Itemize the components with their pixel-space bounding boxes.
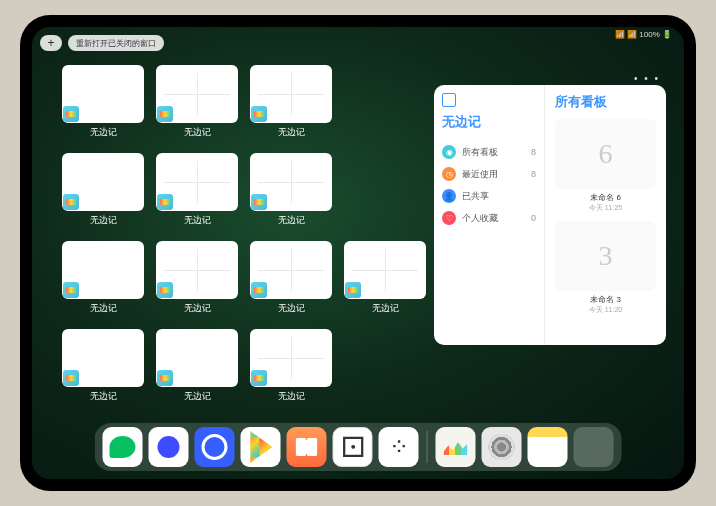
thumbnail-label: 无边记 [90,302,117,315]
screen: 📶 📶 100% 🔋 + 重新打开已关闭的窗口 无边记无边记无边记无边记无边记无… [32,27,684,479]
thumbnail-label: 无边记 [184,214,211,227]
board-item[interactable]: 6未命名 6今天 11:25 [555,119,656,213]
thumbnail-label: 无边记 [278,126,305,139]
dock-app-dots[interactable] [379,427,419,467]
sidebar-item-count: 8 [531,147,536,157]
thumbnail-preview [250,241,332,299]
sidebar-item-icon: ◷ [442,167,456,181]
freeform-app-icon [251,194,267,210]
more-icon[interactable]: • • • [634,73,660,84]
sidebar-item[interactable]: ◉所有看板8 [442,141,536,163]
sidebar-item-icon: ◉ [442,145,456,159]
sidebar-item-label: 已共享 [462,190,489,203]
freeform-app-icon [251,370,267,386]
freeform-app-icon [251,282,267,298]
sidebar-item[interactable]: 👤已共享 [442,185,536,207]
sidebar-item[interactable]: ◷最近使用8 [442,163,536,185]
thumbnail-preview [156,65,238,123]
thumbnail-preview [156,241,238,299]
sidebar-toggle-icon[interactable] [442,93,456,107]
sidebar-item-count: 8 [531,169,536,179]
board-preview: 6 [555,119,656,189]
ipad-frame: 📶 📶 100% 🔋 + 重新打开已关闭的窗口 无边记无边记无边记无边记无边记无… [20,15,696,491]
top-controls: + 重新打开已关闭的窗口 [40,35,164,51]
thumbnail-preview [250,153,332,211]
freeform-app-icon [157,106,173,122]
thumbnail-preview [62,65,144,123]
panel-sidebar: 无边记 ◉所有看板8◷最近使用8👤已共享♡个人收藏0 [434,85,544,345]
thumbnail-label: 无边记 [90,126,117,139]
thumbnail-preview [250,65,332,123]
board-name: 未命名 3 [555,294,656,305]
dock-app-notes[interactable] [528,427,568,467]
freeform-app-icon [63,282,79,298]
thumbnail-preview [62,329,144,387]
freeform-app-icon [251,106,267,122]
freeform-app-icon [157,370,173,386]
window-thumbnails-grid: 无边记无边记无边记无边记无边记无边记无边记无边记无边记无边记无边记无边记无边记 [62,65,426,403]
thumbnail-label: 无边记 [184,390,211,403]
window-thumbnail[interactable]: 无边记 [250,65,332,139]
panel-main: 所有看板 6未命名 6今天 11:253未命名 3今天 11:20 [544,85,666,345]
dock-separator [427,431,428,463]
window-thumbnail[interactable]: 无边记 [62,153,144,227]
dock-app-settings[interactable] [482,427,522,467]
sidebar-item[interactable]: ♡个人收藏0 [442,207,536,229]
window-thumbnail[interactable]: 无边记 [62,65,144,139]
window-thumbnail[interactable]: 无边记 [156,241,238,315]
thumbnail-label: 无边记 [184,302,211,315]
thumbnail-preview [344,241,426,299]
window-thumbnail[interactable]: 无边记 [156,329,238,403]
window-thumbnail[interactable]: 无边记 [62,329,144,403]
dock [95,423,622,471]
window-thumbnail[interactable]: 无边记 [156,65,238,139]
dock-app-wechat[interactable] [103,427,143,467]
freeform-app-icon [63,370,79,386]
sidebar-item-icon: ♡ [442,211,456,225]
window-thumbnail[interactable]: 无边记 [344,241,426,315]
dock-app-dice[interactable] [333,427,373,467]
dock-app-play[interactable] [241,427,281,467]
dock-app-quark[interactable] [149,427,189,467]
sidebar-item-label: 所有看板 [462,146,498,159]
window-thumbnail[interactable]: 无边记 [250,241,332,315]
sidebar-item-label: 最近使用 [462,168,498,181]
thumbnail-preview [156,329,238,387]
freeform-app-icon [63,194,79,210]
window-thumbnail[interactable]: 无边记 [250,153,332,227]
panel-right-title: 所有看板 [555,93,656,111]
window-thumbnail[interactable]: 无边记 [62,241,144,315]
dock-app-freeform[interactable] [436,427,476,467]
freeform-app-icon [157,194,173,210]
sidebar-item-count: 0 [531,213,536,223]
sidebar-item-label: 个人收藏 [462,212,498,225]
window-thumbnail[interactable]: 无边记 [250,329,332,403]
dock-app-folder[interactable] [574,427,614,467]
panel-title: 无边记 [442,113,536,131]
thumbnail-label: 无边记 [278,302,305,315]
thumbnail-preview [250,329,332,387]
board-name: 未命名 6 [555,192,656,203]
thumbnail-preview [62,153,144,211]
thumbnail-label: 无边记 [372,302,399,315]
thumbnail-label: 无边记 [90,214,117,227]
thumbnail-preview [62,241,144,299]
thumbnail-label: 无边记 [90,390,117,403]
dock-app-circle[interactable] [195,427,235,467]
board-date: 今天 11:25 [555,203,656,213]
board-date: 今天 11:20 [555,305,656,315]
thumbnail-label: 无边记 [278,214,305,227]
board-preview: 3 [555,221,656,291]
window-thumbnail[interactable]: 无边记 [156,153,238,227]
freeform-app-icon [345,282,361,298]
sidebar-item-icon: 👤 [442,189,456,203]
board-item[interactable]: 3未命名 3今天 11:20 [555,221,656,315]
freeform-app-icon [63,106,79,122]
reopen-closed-window-button[interactable]: 重新打开已关闭的窗口 [68,35,164,51]
thumbnail-label: 无边记 [184,126,211,139]
dock-app-books[interactable] [287,427,327,467]
thumbnail-preview [156,153,238,211]
new-window-button[interactable]: + [40,35,62,51]
freeform-app-icon [157,282,173,298]
freeform-panel: 无边记 ◉所有看板8◷最近使用8👤已共享♡个人收藏0 所有看板 6未命名 6今天… [434,85,666,345]
